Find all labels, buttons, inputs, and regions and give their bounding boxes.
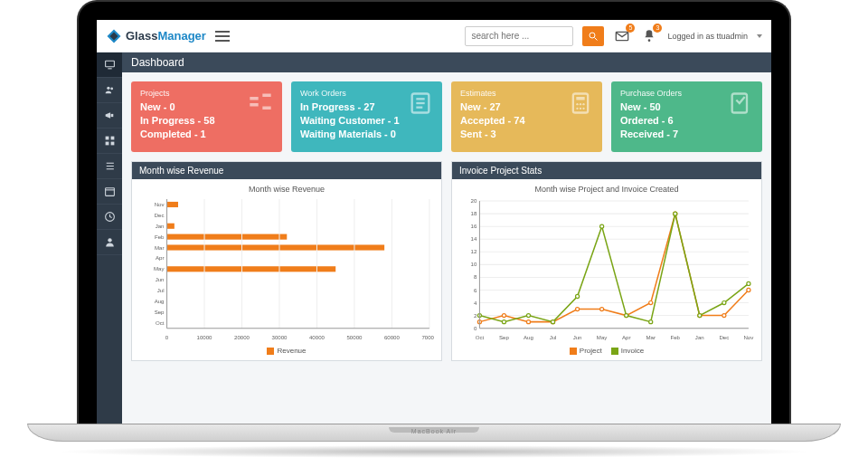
card-line: Waiting Materials - 0 — [300, 128, 433, 141]
card-line: Accepted - 74 — [460, 114, 593, 128]
sidebar-item-grid[interactable] — [97, 129, 122, 154]
card-line: Waiting Customer - 1 — [300, 114, 433, 128]
card-line: Received - 7 — [620, 128, 753, 141]
sidebar-item-list[interactable] — [97, 154, 122, 179]
sidebar-item-calendar[interactable] — [97, 179, 122, 205]
svg-rect-43 — [167, 224, 175, 229]
menu-toggle-icon[interactable] — [215, 31, 230, 42]
svg-text:16: 16 — [471, 223, 477, 229]
laptop-brand: MacBook Air — [411, 428, 457, 434]
svg-text:Jan: Jan — [695, 334, 704, 340]
svg-text:May: May — [597, 334, 608, 340]
svg-text:Jun: Jun — [573, 334, 582, 340]
svg-text:10000: 10000 — [197, 334, 213, 340]
svg-text:May: May — [154, 265, 165, 272]
search-icon — [588, 31, 599, 42]
svg-point-124 — [576, 294, 580, 298]
workorders-icon — [408, 91, 433, 116]
revenue-panel: Month wise Revenue Month wise Revenue No… — [131, 161, 442, 361]
svg-text:14: 14 — [471, 235, 477, 242]
svg-text:0: 0 — [165, 334, 169, 340]
svg-text:20000: 20000 — [234, 334, 250, 340]
revenue-legend: Revenue — [139, 347, 434, 357]
svg-text:Oct: Oct — [476, 334, 485, 340]
svg-point-109 — [502, 314, 505, 318]
svg-text:4: 4 — [474, 300, 477, 306]
svg-text:Jun: Jun — [156, 276, 165, 282]
brand-text-1: Glass — [126, 29, 157, 43]
sidebar-item-monitor[interactable] — [97, 52, 122, 78]
svg-text:20: 20 — [471, 197, 477, 204]
svg-rect-11 — [105, 137, 108, 140]
svg-point-121 — [502, 320, 505, 324]
svg-point-32 — [576, 103, 578, 105]
projects-icon — [248, 91, 273, 116]
invoice-panel-header: Invoice Project Stats — [452, 162, 761, 179]
summary-card-estimates[interactable]: EstimatesNew - 27Accepted - 74Sent - 3 — [451, 81, 602, 152]
person-icon — [104, 236, 116, 248]
svg-text:Jan: Jan — [156, 223, 165, 229]
svg-text:Apr: Apr — [156, 254, 165, 261]
svg-text:Mar: Mar — [155, 244, 165, 251]
svg-point-113 — [600, 308, 604, 311]
brand-logo[interactable]: GlassManager — [106, 28, 206, 44]
revenue-panel-header: Month wise Revenue — [132, 162, 441, 179]
notifications-button[interactable]: 3 — [640, 27, 658, 45]
svg-point-128 — [674, 212, 677, 215]
summary-card-purchaseorders[interactable]: Purchase OrdersNew - 50Ordered - 6Receiv… — [611, 81, 762, 152]
app-header: GlassManager 5 3 Logged in as ttuadmin — [97, 20, 771, 52]
svg-text:8: 8 — [474, 273, 477, 280]
svg-text:Sep: Sep — [155, 309, 165, 315]
svg-point-130 — [722, 301, 726, 305]
sidebar-item-megaphone[interactable] — [97, 103, 122, 129]
revenue-chart: NovDecJanFebMarAprMayJunJulAugSepOct0100… — [139, 197, 434, 345]
megaphone-icon — [104, 110, 116, 121]
sidebar-item-users[interactable] — [97, 78, 122, 103]
invoice-panel: Invoice Project Stats Month wise Project… — [451, 161, 762, 361]
svg-text:6: 6 — [474, 287, 477, 293]
svg-point-129 — [698, 314, 702, 318]
svg-text:30000: 30000 — [271, 334, 288, 340]
purchaseorders-icon — [728, 91, 753, 116]
svg-point-5 — [648, 39, 651, 42]
invoice-legend: ProjectInvoice — [459, 347, 754, 357]
svg-point-34 — [582, 103, 584, 105]
sidebar-item-person[interactable] — [97, 230, 122, 255]
svg-text:50000: 50000 — [346, 334, 363, 340]
search-button[interactable] — [582, 26, 604, 46]
svg-rect-23 — [250, 103, 258, 107]
svg-text:Oct: Oct — [156, 319, 165, 326]
login-status: Logged in as ttuadmin — [667, 32, 748, 41]
calendar-icon — [104, 186, 116, 197]
svg-rect-12 — [110, 137, 114, 140]
summary-card-projects[interactable]: ProjectsNew - 0In Progress - 58Completed… — [131, 81, 282, 152]
monitor-icon — [104, 59, 116, 71]
svg-text:70000: 70000 — [421, 334, 434, 340]
card-line: Sent - 3 — [460, 128, 593, 141]
clock-icon — [104, 211, 116, 223]
svg-line-3 — [595, 37, 598, 40]
grid-icon — [104, 135, 116, 147]
user-menu-caret-icon[interactable] — [757, 34, 762, 38]
card-line: Completed - 1 — [140, 128, 273, 141]
mail-button[interactable]: 5 — [613, 27, 631, 45]
svg-rect-6 — [105, 61, 114, 67]
svg-text:0: 0 — [474, 325, 477, 331]
summary-card-workorders[interactable]: Work OrdersIn Progress - 27Waiting Custo… — [291, 81, 442, 152]
svg-text:Nov: Nov — [155, 201, 165, 207]
svg-point-8 — [107, 87, 109, 90]
svg-text:Apr: Apr — [622, 334, 631, 340]
svg-text:Feb: Feb — [155, 234, 165, 240]
svg-text:18: 18 — [471, 210, 477, 216]
svg-text:Jul: Jul — [157, 287, 165, 293]
svg-point-125 — [600, 224, 604, 228]
estimates-icon — [568, 91, 593, 116]
search-input[interactable] — [465, 26, 573, 46]
invoice-chart: 02468101214161820OctSepAugJulJunMayAprMa… — [459, 197, 754, 345]
svg-text:12: 12 — [471, 248, 477, 254]
svg-point-110 — [526, 320, 530, 324]
sidebar-item-clock[interactable] — [97, 205, 122, 230]
svg-rect-24 — [262, 94, 270, 98]
svg-rect-13 — [105, 142, 108, 146]
svg-text:60000: 60000 — [384, 334, 401, 340]
